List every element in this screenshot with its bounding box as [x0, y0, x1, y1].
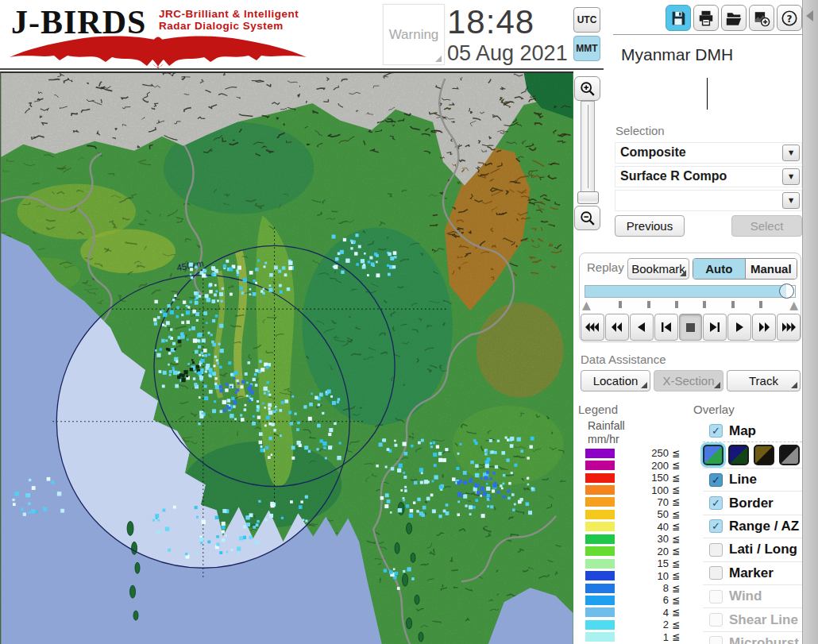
map-style-swatch-3[interactable] — [779, 445, 800, 465]
previous-button[interactable]: Previous — [615, 215, 685, 237]
product-filter-input[interactable] — [615, 75, 802, 119]
slider-handle[interactable] — [779, 283, 794, 299]
overlay-row-microburst: Microburst — [703, 631, 802, 644]
step-forward-button[interactable] — [703, 314, 727, 341]
legend-color-swatch — [585, 497, 615, 507]
logo-subtitle-line2: Radar Dialogic System — [159, 20, 299, 32]
xsection-button[interactable]: X-Section — [654, 370, 723, 391]
svg-text:?: ? — [787, 13, 793, 24]
map-zoom-in-button[interactable] — [574, 76, 600, 101]
legend-color-swatch — [585, 510, 615, 519]
overlay-checkbox-list: ✓Map✓Line✓Border✓Range / AZLati / LongMa… — [703, 420, 802, 644]
legend-quantity: Rainfall — [588, 419, 625, 433]
overlay-row-wind: Wind — [703, 584, 802, 607]
checkbox-marker[interactable] — [709, 566, 723, 580]
composite-dropdown[interactable]: Composite ▼ — [615, 142, 802, 164]
map-style-swatch-1[interactable] — [728, 445, 749, 465]
timezone-utc-button[interactable]: UTC — [573, 7, 600, 33]
map-zoom-slider-track[interactable] — [581, 101, 595, 192]
text-caret — [707, 78, 708, 110]
header-divider — [0, 68, 604, 70]
rainfall-legend-scale: 250≦200≦150≦100≦70≦50≦40≦30≦20≦15≦10≦8≦6… — [585, 447, 689, 643]
overlay-row-marker: Marker — [703, 561, 802, 584]
less-equal-symbol: ≦ — [672, 558, 680, 569]
stop-icon — [686, 323, 695, 332]
step-back-icon — [662, 322, 671, 332]
export-image-button[interactable] — [749, 5, 774, 31]
product-dropdown[interactable]: Surface R Compo ▼ — [615, 166, 802, 187]
overlay-label: Wind — [729, 588, 762, 604]
stop-button[interactable] — [679, 314, 703, 341]
timezone-mmt-button[interactable]: MMT — [573, 36, 600, 61]
legend-row: 15≦ — [585, 557, 689, 569]
less-equal-symbol: ≦ — [672, 460, 680, 471]
auto-mode-button[interactable]: Auto — [693, 259, 746, 279]
checkbox-lati-long[interactable] — [709, 543, 723, 557]
fast-forward-button[interactable] — [752, 314, 776, 341]
save-button[interactable] — [666, 5, 691, 31]
slider-start-marker[interactable]: ▲ — [582, 298, 591, 312]
map-zoom-out-button[interactable] — [574, 206, 600, 230]
map-style-swatch-2[interactable] — [754, 445, 774, 465]
warning-dropdown[interactable]: Warning — [383, 4, 445, 65]
legend-color-swatch — [585, 596, 615, 605]
track-button[interactable]: Track — [727, 370, 801, 391]
skip-to-start-button[interactable] — [581, 314, 604, 341]
checkbox-range-az[interactable]: ✓ — [709, 519, 723, 533]
less-equal-symbol: ≦ — [672, 583, 680, 594]
map-zoom-slider-handle[interactable] — [577, 191, 599, 204]
legend-threshold-value: 20 — [635, 546, 669, 557]
checkbox-map[interactable]: ✓ — [709, 424, 723, 438]
tick — [647, 301, 650, 308]
checkbox-border[interactable]: ✓ — [709, 496, 723, 510]
print-button[interactable] — [693, 5, 719, 31]
manual-mode-button[interactable]: Manual — [746, 259, 797, 279]
triple-rewind-icon — [585, 322, 599, 332]
slider-fill — [585, 286, 786, 297]
legend-threshold-value: 10 — [635, 570, 669, 582]
radar-map-viewport[interactable]: 450km — [0, 71, 573, 644]
play-button[interactable] — [727, 314, 751, 341]
select-button[interactable]: Select — [731, 215, 802, 237]
chevron-down-icon[interactable]: ▼ — [782, 145, 800, 161]
legend-threshold-value: 8 — [635, 582, 669, 594]
magnifier-plus-icon — [579, 80, 596, 98]
slider-tick-row: ▲ ▲ — [582, 298, 798, 312]
overlay-label: Microburst — [729, 635, 799, 644]
panel-collapse-strip[interactable] — [802, 0, 818, 644]
location-button[interactable]: Location — [581, 370, 650, 391]
legend-row: 40≦ — [585, 521, 689, 533]
legend-row: 2≦ — [585, 619, 689, 631]
overlay-label: Lati / Long — [729, 542, 797, 557]
checkbox-line[interactable]: ✓ — [709, 473, 723, 487]
collapse-left-icon — [806, 10, 813, 21]
legend-row: 30≦ — [585, 533, 689, 545]
overlay-row-map: ✓Map — [703, 420, 802, 442]
legend-threshold-value: 4 — [635, 607, 669, 619]
warning-label: Warning — [384, 27, 444, 43]
chevron-down-icon[interactable]: ▼ — [782, 192, 800, 209]
slider-end-marker[interactable]: ▲ — [789, 298, 798, 312]
extra-dropdown[interactable]: ▼ — [615, 190, 802, 211]
legend-title: Legend — [578, 403, 618, 416]
bookmark-button[interactable]: Bookmark — [627, 258, 689, 280]
help-button[interactable]: ? — [777, 5, 802, 31]
chevron-down-icon[interactable]: ▼ — [782, 168, 800, 185]
legend-color-swatch — [585, 546, 615, 556]
map-style-swatch-0[interactable] — [703, 445, 723, 465]
step-back-button[interactable] — [654, 314, 678, 341]
replay-progress-slider[interactable] — [585, 285, 796, 298]
legend-color-swatch — [585, 607, 615, 617]
legend-row: 8≦ — [585, 582, 689, 594]
legend-row: 150≦ — [585, 472, 689, 484]
radar-map[interactable]: 450km — [1, 73, 573, 644]
open-file-button[interactable] — [721, 5, 747, 31]
play-reverse-button[interactable] — [630, 314, 654, 341]
overlay-row-range-az: ✓Range / AZ — [703, 515, 802, 538]
play-reverse-icon — [638, 322, 645, 332]
logo-subtitle-line1: JRC-Brilliant & Intelligent — [159, 8, 299, 20]
composite-dropdown-value: Composite — [620, 145, 686, 160]
fast-rewind-button[interactable] — [605, 314, 629, 341]
skip-to-end-button[interactable] — [777, 314, 801, 341]
clock-date: 05 Aug 2021 — [447, 41, 582, 66]
